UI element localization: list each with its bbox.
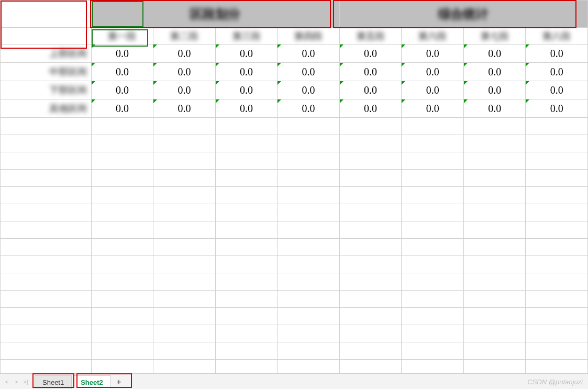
empty-row [1, 325, 588, 342]
merged-header-row: 区段划分 综合统计 [1, 1, 588, 28]
col-header[interactable]: 第六段 [402, 28, 464, 45]
data-cell[interactable]: 0.0 [91, 63, 153, 81]
data-table: 区段划分 综合统计 第一段 第二段 第三段 第四段 第五段 第六段 第七段 第八… [0, 0, 588, 373]
data-cell[interactable]: 0.0 [402, 81, 464, 99]
col-header[interactable]: 第三段 [215, 28, 278, 45]
empty-row [1, 308, 588, 325]
data-cell[interactable]: 0.0 [215, 81, 278, 99]
col-header[interactable]: 第五段 [339, 28, 402, 45]
row-label[interactable]: 其他区间 [1, 99, 92, 118]
data-cell[interactable]: 0.0 [153, 81, 216, 99]
spreadsheet-grid[interactable]: 区段划分 综合统计 第一段 第二段 第三段 第四段 第五段 第六段 第七段 第八… [0, 0, 588, 373]
data-cell[interactable]: 0.0 [402, 99, 464, 118]
data-cell[interactable]: 0.0 [339, 63, 402, 81]
merged-header-2[interactable]: 综合统计 [339, 1, 587, 28]
empty-row [1, 204, 588, 221]
data-cell[interactable]: 0.0 [278, 63, 340, 81]
row-label[interactable]: 上部区间 [1, 45, 92, 63]
data-cell[interactable]: 0.0 [463, 99, 526, 118]
data-cell[interactable]: 0.0 [278, 45, 340, 63]
empty-row [1, 170, 588, 187]
data-cell[interactable]: 0.0 [526, 81, 588, 99]
data-cell[interactable]: 0.0 [526, 99, 588, 118]
empty-row [1, 239, 588, 256]
row-label[interactable]: 下部区间 [1, 81, 92, 99]
table-row: 中部区间 0.0 0.0 0.0 0.0 0.0 0.0 0.0 0.0 [1, 63, 588, 81]
data-cell[interactable]: 0.0 [91, 99, 153, 118]
data-cell[interactable]: 0.0 [91, 81, 153, 99]
data-cell[interactable]: 0.0 [91, 45, 153, 63]
merged-header-1-text: 区段划分 [190, 7, 240, 21]
sheet-tab-sheet2[interactable]: Sheet2 [73, 375, 111, 389]
col-header[interactable]: 第八段 [526, 28, 588, 45]
data-cell[interactable]: 0.0 [215, 45, 278, 63]
data-cell[interactable]: 0.0 [463, 63, 526, 81]
empty-row [1, 135, 588, 152]
empty-row [1, 256, 588, 273]
data-cell[interactable]: 0.0 [215, 99, 278, 118]
data-cell[interactable]: 0.0 [526, 63, 588, 81]
empty-row [1, 118, 588, 135]
empty-row [1, 187, 588, 204]
data-cell[interactable]: 0.0 [278, 99, 340, 118]
add-sheet-button[interactable]: + [112, 375, 126, 389]
merged-header-1[interactable]: 区段划分 [91, 1, 339, 28]
table-row: 上部区间 0.0 0.0 0.0 0.0 0.0 0.0 0.0 0.0 [1, 45, 588, 63]
row-label-header[interactable] [1, 28, 92, 45]
data-cell[interactable]: 0.0 [526, 45, 588, 63]
nav-last-button[interactable]: >| [21, 376, 30, 387]
data-cell[interactable]: 0.0 [278, 81, 340, 99]
sheet-tab-bar: < > >| Sheet1 Sheet2 + CSDN @putaojuzi [0, 373, 588, 389]
nav-first-button[interactable]: < [2, 376, 12, 387]
data-cell[interactable]: 0.0 [339, 81, 402, 99]
col-header[interactable]: 第四段 [278, 28, 340, 45]
empty-row [1, 342, 588, 360]
data-cell[interactable]: 0.0 [215, 63, 278, 81]
sheet-tab-sheet1[interactable]: Sheet1 [35, 375, 72, 389]
data-cell[interactable]: 0.0 [463, 81, 526, 99]
empty-row [1, 291, 588, 308]
data-cell[interactable]: 0.0 [339, 99, 402, 118]
table-row: 下部区间 0.0 0.0 0.0 0.0 0.0 0.0 0.0 0.0 [1, 81, 588, 99]
data-cell[interactable]: 0.0 [153, 99, 216, 118]
data-cell[interactable]: 0.0 [402, 63, 464, 81]
row-label[interactable]: 中部区间 [1, 63, 92, 81]
data-cell[interactable]: 0.0 [339, 45, 402, 63]
table-row: 其他区间 0.0 0.0 0.0 0.0 0.0 0.0 0.0 0.0 [1, 99, 588, 118]
data-cell[interactable]: 0.0 [153, 63, 216, 81]
merged-header-2-text: 综合统计 [438, 7, 489, 21]
corner-cell[interactable] [1, 1, 92, 28]
col-header[interactable]: 第二段 [153, 28, 216, 45]
watermark: CSDN @putaojuzi [527, 378, 583, 386]
sub-header-row: 第一段 第二段 第三段 第四段 第五段 第六段 第七段 第八段 [1, 28, 588, 45]
data-cell[interactable]: 0.0 [463, 45, 526, 63]
empty-row [1, 273, 588, 291]
col-header[interactable]: 第一段 [91, 28, 153, 45]
empty-row [1, 221, 588, 239]
data-cell[interactable]: 0.0 [402, 45, 464, 63]
empty-row [1, 152, 588, 170]
empty-row [1, 360, 588, 374]
data-cell[interactable]: 0.0 [153, 45, 216, 63]
nav-prev-button[interactable]: > [12, 376, 21, 387]
col-header[interactable]: 第七段 [463, 28, 526, 45]
